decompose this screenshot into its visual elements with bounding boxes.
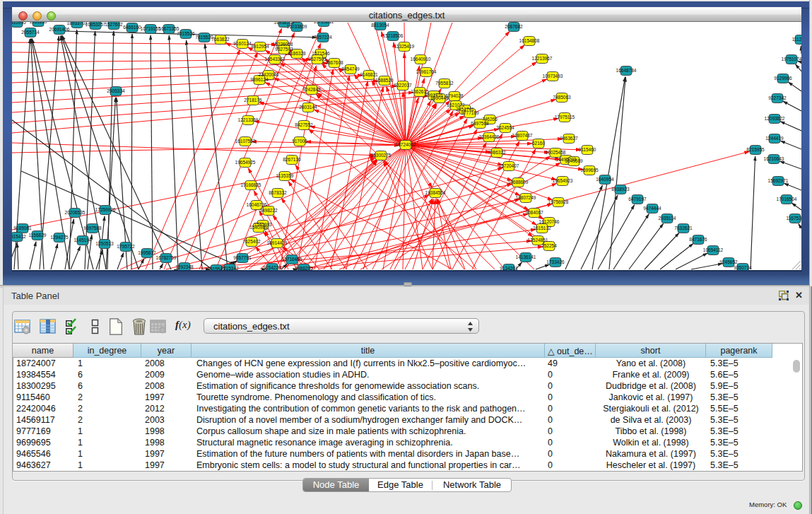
svg-text:9463627: 9463627: [560, 136, 578, 141]
svg-text:62160: 62160: [532, 141, 545, 146]
svg-text:1167534: 1167534: [787, 216, 801, 221]
svg-text:1588520: 1588520: [375, 78, 394, 83]
svg-text:16033809: 16033809: [287, 24, 307, 29]
svg-text:16671355: 16671355: [159, 26, 180, 31]
svg-text:1795722: 1795722: [117, 244, 135, 249]
svg-text:7632621: 7632621: [674, 226, 693, 230]
svg-text:10853257: 10853257: [86, 22, 106, 27]
svg-text:252254: 252254: [541, 243, 557, 248]
svg-text:16107553: 16107553: [235, 139, 256, 144]
svg-text:2867608: 2867608: [325, 60, 343, 65]
svg-text:10719155: 10719155: [141, 26, 161, 31]
svg-text:17359926: 17359926: [95, 207, 116, 212]
svg-text:8186328: 8186328: [288, 51, 306, 56]
svg-text:15720407: 15720407: [499, 163, 519, 168]
svg-text:9777169: 9777169: [461, 110, 479, 115]
svg-text:8471676: 8471676: [689, 237, 707, 242]
svg-text:6497568: 6497568: [471, 121, 489, 126]
svg-text:9527505: 9527505: [308, 57, 326, 62]
svg-text:1112753: 1112753: [792, 37, 801, 42]
svg-text:9896124: 9896124: [250, 77, 269, 82]
svg-text:3624554: 3624554: [496, 125, 514, 130]
svg-text:10807487: 10807487: [512, 133, 533, 138]
svg-text:8938923: 8938923: [611, 187, 630, 192]
svg-text:6466160: 6466160: [123, 25, 141, 30]
svg-text:16046736: 16046736: [247, 202, 267, 207]
svg-text:7955812: 7955812: [435, 81, 454, 86]
svg-text:9129966: 9129966: [774, 76, 792, 81]
svg-text:2935114: 2935114: [659, 216, 676, 221]
svg-text:17975115: 17975115: [555, 115, 575, 119]
svg-text:19654925: 19654925: [235, 160, 256, 165]
svg-text:8912954: 8912954: [251, 44, 269, 49]
svg-text:1649589: 1649589: [565, 158, 583, 163]
svg-text:2055714: 2055714: [21, 30, 40, 35]
svg-text:16640910: 16640910: [411, 57, 431, 62]
svg-text:8454749: 8454749: [341, 66, 360, 71]
svg-text:10025458: 10025458: [546, 150, 566, 155]
svg-text:1540989: 1540989: [249, 225, 268, 230]
svg-text:9115460: 9115460: [579, 147, 596, 152]
svg-text:1145194: 1145194: [74, 238, 92, 243]
svg-text:16543362: 16543362: [265, 57, 286, 62]
svg-text:9160124: 9160124: [233, 41, 252, 46]
svg-text:8267130: 8267130: [283, 157, 301, 162]
svg-text:9185081: 9185081: [13, 226, 32, 230]
svg-text:7357224: 7357224: [314, 35, 332, 40]
svg-text:19166825: 19166825: [241, 182, 261, 187]
svg-text:9410995: 9410995: [12, 22, 26, 25]
svg-text:15716485: 15716485: [282, 257, 302, 262]
svg-text:1733426: 1733426: [546, 259, 565, 264]
svg-text:25300275: 25300275: [371, 153, 392, 158]
svg-text:9154228: 9154228: [263, 265, 281, 270]
svg-text:19751074: 19751074: [782, 57, 801, 62]
svg-text:16120746: 16120746: [539, 219, 560, 224]
svg-text:23420046: 23420046: [259, 72, 279, 77]
svg-text:16648784: 16648784: [616, 68, 637, 73]
svg-text:1156829: 1156829: [29, 233, 47, 238]
svg-text:2718176: 2718176: [244, 98, 262, 103]
svg-text:18724007: 18724007: [396, 142, 416, 147]
svg-text:15218506: 15218506: [383, 33, 404, 38]
svg-text:11325419: 11325419: [394, 44, 415, 49]
svg-text:9227342: 9227342: [768, 95, 787, 100]
svg-text:10688609: 10688609: [508, 180, 529, 185]
svg-text:1292348: 1292348: [175, 264, 194, 269]
svg-text:20691406: 20691406: [49, 27, 70, 32]
svg-text:1995817: 1995817: [138, 250, 156, 255]
svg-text:12213967: 12213967: [532, 56, 553, 61]
svg-text:1931159: 1931159: [30, 22, 47, 24]
svg-text:18933703: 18933703: [67, 22, 88, 25]
svg-text:8427552: 8427552: [295, 122, 313, 127]
svg-text:9084067: 9084067: [525, 210, 543, 215]
svg-text:3498222: 3498222: [259, 208, 278, 213]
svg-text:16782759: 16782759: [156, 255, 177, 260]
svg-text:16961764: 16961764: [416, 69, 437, 74]
svg-text:2803144: 2803144: [299, 105, 317, 110]
svg-text:15692971: 15692971: [768, 178, 789, 183]
svg-text:9350734: 9350734: [734, 265, 752, 270]
svg-text:1294275: 1294275: [50, 235, 69, 240]
svg-text:10654112: 10654112: [703, 247, 724, 252]
svg-text:7515526: 7515526: [177, 31, 195, 36]
svg-text:16210643: 16210643: [764, 156, 784, 161]
svg-text:10973493: 10973493: [543, 74, 563, 78]
svg-text:1135359: 1135359: [276, 173, 294, 178]
svg-text:9699695: 9699695: [580, 168, 599, 173]
svg-text:3915412: 3915412: [12, 234, 26, 239]
svg-text:1640954: 1640954: [596, 177, 614, 182]
svg-text:7815520: 7815520: [195, 35, 213, 40]
svg-text:19384554: 19384554: [425, 190, 446, 195]
svg-text:20364436: 20364436: [479, 134, 500, 139]
svg-text:7625402: 7625402: [242, 239, 261, 244]
svg-text:6479197: 6479197: [628, 197, 647, 201]
svg-text:19756928: 19756928: [548, 199, 569, 204]
svg-text:1571546: 1571546: [312, 51, 330, 56]
svg-text:1250513: 1250513: [95, 241, 114, 246]
svg-text:15226058: 15226058: [273, 42, 293, 47]
svg-text:7663822: 7663822: [211, 37, 230, 42]
svg-text:9242848: 9242848: [302, 87, 321, 92]
svg-text:12213369: 12213369: [238, 117, 259, 122]
svg-text:917006: 917006: [292, 139, 307, 144]
svg-text:1527602: 1527602: [105, 22, 123, 27]
